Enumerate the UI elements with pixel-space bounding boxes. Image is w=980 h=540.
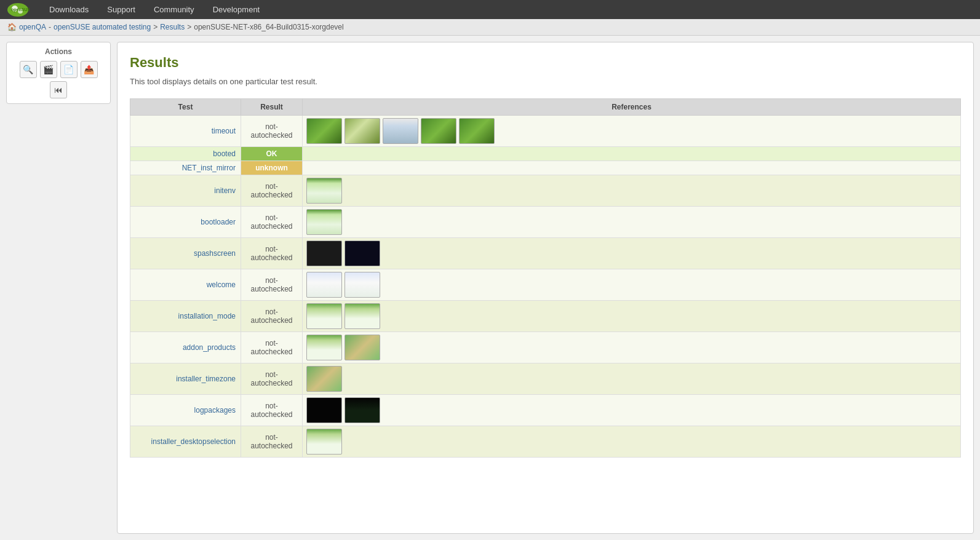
thumbnail[interactable] [306,429,342,455]
back-action-button[interactable]: ⏮ [50,81,67,98]
test-name-cell[interactable]: initenv [130,175,241,207]
page-title: Results [130,55,961,71]
result-cell: not-autochecked [241,207,303,238]
result-cell: not-autochecked [241,301,303,332]
thumbnail[interactable] [306,272,342,298]
header-references: References [303,99,961,116]
breadcrumb-results-link[interactable]: Results [160,23,185,31]
result-cell: not-autochecked [241,363,303,395]
table-row: NET_inst_mirrorunknown [130,161,961,175]
test-link[interactable]: booted [213,149,236,158]
test-link[interactable]: logpackages [194,406,236,415]
thumbnail-row [306,118,957,144]
table-row: timeoutnot-autochecked [130,116,961,147]
test-link[interactable]: addon_products [183,343,236,352]
test-name-cell[interactable]: NET_inst_mirror [130,161,241,175]
svg-text:openSUSE: openSUSE [11,7,30,12]
thumbnail-row [306,335,957,360]
test-name-cell[interactable]: installer_desktopselection [130,426,241,458]
test-name-cell[interactable]: bootloader [130,207,241,238]
thumbnail[interactable] [345,272,380,298]
test-link[interactable]: timeout [212,127,236,135]
header-test: Test [130,99,241,116]
result-cell: not-autochecked [241,175,303,207]
list-action-button[interactable]: 📄 [60,61,78,78]
thumbnail[interactable] [421,118,456,144]
breadcrumb-automated-link[interactable]: openSUSE automated testing [54,23,151,31]
thumbnail[interactable] [306,240,342,266]
thumbnail[interactable] [383,118,418,144]
test-name-cell[interactable]: spashscreen [130,238,241,269]
thumbnail[interactable] [306,366,342,392]
result-cell: not-autochecked [241,116,303,147]
video-action-button[interactable]: 🎬 [40,61,57,78]
references-cell [303,207,961,238]
actions-panel: Actions 🔍 🎬 📄 📤 ⏮ [6,42,111,104]
test-link[interactable]: installer_desktopselection [151,437,236,446]
thumbnail[interactable] [345,335,380,360]
thumbnail[interactable] [306,178,342,204]
test-link[interactable]: spashscreen [194,249,236,258]
thumbnail[interactable] [306,303,342,329]
breadcrumb-home-link[interactable]: openQA [19,23,46,31]
thumbnail-row [306,429,957,455]
actions-buttons: 🔍 🎬 📄 📤 ⏮ [12,61,105,98]
thumbnail-row [306,397,957,423]
result-cell: OK [241,147,303,161]
table-header: Test Result References [130,99,961,116]
table-row: welcomenot-autochecked [130,269,961,301]
thumbnail[interactable] [345,397,380,423]
references-cell [303,363,961,395]
thumbnail[interactable] [345,240,380,266]
references-cell [303,269,961,301]
thumbnail[interactable] [459,118,495,144]
test-link[interactable]: installer_timezone [176,375,236,383]
thumbnail[interactable] [306,397,342,423]
thumbnail[interactable] [306,209,342,235]
test-name-cell[interactable]: addon_products [130,332,241,363]
nav-downloads[interactable]: Downloads [40,0,98,19]
content-area: Results This tool displays details on on… [117,42,974,534]
thumbnail[interactable] [306,118,342,144]
search-action-button[interactable]: 🔍 [20,61,37,78]
table-row: bootloadernot-autochecked [130,207,961,238]
result-cell: not-autochecked [241,269,303,301]
result-cell: not-autochecked [241,426,303,458]
header-result: Result [241,99,303,116]
table-row: installer_desktopselectionnot-autochecke… [130,426,961,458]
table-row: spashscreennot-autochecked [130,238,961,269]
thumbnail[interactable] [345,303,380,329]
test-name-cell[interactable]: timeout [130,116,241,147]
breadcrumb: 🏠 openQA - openSUSE automated testing > … [0,19,980,36]
actions-title: Actions [12,47,105,56]
table-row: logpackagesnot-autochecked [130,395,961,426]
test-link[interactable]: NET_inst_mirror [182,164,236,172]
test-name-cell[interactable]: installation_mode [130,301,241,332]
test-link[interactable]: installation_mode [178,312,236,320]
nav-support[interactable]: Support [98,0,145,19]
breadcrumb-home-icon: 🏠 [7,23,17,31]
test-name-cell[interactable]: logpackages [130,395,241,426]
main-layout: Actions 🔍 🎬 📄 📤 ⏮ Results This tool disp… [0,36,980,540]
table-row: installer_timezonenot-autochecked [130,363,961,395]
test-link[interactable]: welcome [207,280,236,289]
logo[interactable]: openSUSE [6,2,31,17]
test-link[interactable]: bootloader [201,218,236,226]
table-body: timeoutnot-autocheckedbootedOKNET_inst_m… [130,116,961,458]
thumbnail[interactable] [345,118,380,144]
references-cell [303,116,961,147]
nav-community[interactable]: Community [145,0,204,19]
test-name-cell[interactable]: welcome [130,269,241,301]
result-cell: not-autochecked [241,395,303,426]
thumbnail[interactable] [306,335,342,360]
result-cell: not-autochecked [241,332,303,363]
test-link[interactable]: initenv [214,186,236,195]
sidebar: Actions 🔍 🎬 📄 📤 ⏮ [6,42,111,534]
references-cell [303,332,961,363]
result-cell: unknown [241,161,303,175]
table-row: bootedOK [130,147,961,161]
test-name-cell[interactable]: installer_timezone [130,363,241,395]
test-name-cell[interactable]: booted [130,147,241,161]
nav-development[interactable]: Development [204,0,269,19]
export-action-button[interactable]: 📤 [81,61,98,78]
